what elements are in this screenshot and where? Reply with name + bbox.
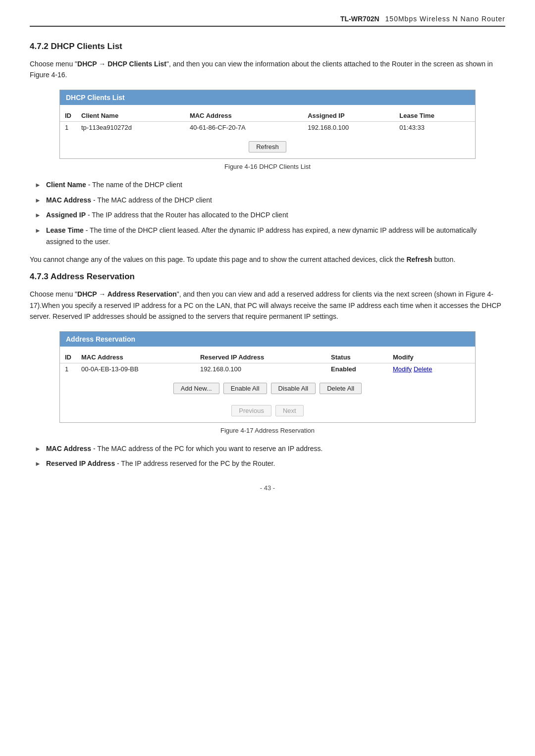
bullet-text: Client Name - The name of the DHCP clien…: [46, 179, 182, 190]
list-item: ►MAC Address - The MAC address of the PC…: [35, 443, 505, 454]
dhcp-clients-table: ID Client Name MAC Address Assigned IP L…: [60, 110, 475, 133]
action-btn-row: Add New...Enable AllDisable AllDelete Al…: [60, 378, 475, 400]
section1-intro: Choose menu "DHCP → DHCP Clients List", …: [30, 58, 505, 81]
section2-title: 4.7.3 Address Reservation: [30, 272, 505, 282]
cell-status: Enabled: [326, 363, 388, 375]
cell-assigned-ip: 192.168.0.100: [303, 121, 394, 133]
cell-reserved-ip: 192.168.0.100: [195, 363, 326, 375]
bullet-arrow: ►: [35, 226, 41, 236]
list-item: ►MAC Address - The MAC address of the DH…: [35, 195, 505, 206]
refresh-btn-row: Refresh: [60, 136, 475, 158]
list-item: ►Reserved IP Address - The IP address re…: [35, 458, 505, 469]
bullet-text: Assigned IP - The IP address that the Ro…: [46, 209, 288, 220]
section2-bullets: ►MAC Address - The MAC address of the PC…: [35, 443, 505, 470]
col-assigned-ip: Assigned IP: [303, 110, 394, 122]
cell-modify-delete: Modify Delete: [388, 363, 475, 375]
col-lease-time: Lease Time: [394, 110, 475, 122]
section1-footer: You cannot change any of the values on t…: [30, 254, 505, 265]
delete-link[interactable]: Delete: [414, 365, 432, 373]
enable-all-button[interactable]: Enable All: [223, 383, 267, 394]
col-reserved-ip: Reserved IP Address: [195, 352, 326, 363]
modify-link[interactable]: Modify: [393, 365, 412, 373]
next-button[interactable]: Next: [275, 405, 304, 416]
section1-title: 4.7.2 DHCP Clients List: [30, 42, 505, 51]
cell-client-name: tp-113ea910272d: [76, 121, 185, 133]
table-row: 1 00-0A-EB-13-09-BB 192.168.0.100 Enable…: [60, 363, 475, 375]
col-modify: Modify: [388, 352, 475, 363]
cell-mac-address2: 00-0A-EB-13-09-BB: [76, 363, 195, 375]
address-reservation-table: ID MAC Address Reserved IP Address Statu…: [60, 352, 475, 375]
address-reservation-table-header: Address Reservation: [60, 332, 475, 347]
bullet-arrow: ►: [35, 196, 41, 206]
col-client-name: Client Name: [76, 110, 185, 122]
bullet-text: MAC Address - The MAC address of the DHC…: [46, 195, 212, 205]
col-status: Status: [326, 352, 388, 363]
cell-mac-address: 40-61-86-CF-20-7A: [185, 121, 303, 133]
page-subtitle: 150Mbps Wireless N Nano Router: [385, 15, 505, 23]
col-mac-address2: MAC Address: [76, 352, 195, 363]
dhcp-clients-table-box: DHCP Clients List ID Client Name MAC Add…: [59, 90, 476, 159]
col-mac-address: MAC Address: [185, 110, 303, 122]
list-item: ►Assigned IP - The IP address that the R…: [35, 209, 505, 221]
bullet-arrow: ►: [35, 180, 41, 191]
list-item: ►Client Name - The name of the DHCP clie…: [35, 179, 505, 191]
bullet-text: Lease Time - The time of the DHCP client…: [46, 225, 505, 247]
figure-caption-16: Figure 4-16 DHCP Clients List: [30, 163, 505, 170]
bullet-arrow: ►: [35, 210, 41, 221]
col-id2: ID: [60, 352, 76, 363]
figure-caption-17: Figure 4-17 Address Reservation: [30, 427, 505, 434]
list-item: ►Lease Time - The time of the DHCP clien…: [35, 225, 505, 247]
page-number: - 43 -: [30, 484, 505, 492]
refresh-button[interactable]: Refresh: [249, 141, 286, 152]
page-header: TL-WR702N 150Mbps Wireless N Nano Router: [30, 15, 505, 27]
bullet-arrow: ►: [35, 459, 41, 469]
cell-lease-time: 01:43:33: [394, 121, 475, 133]
table-row: 1 tp-113ea910272d 40-61-86-CF-20-7A 192.…: [60, 121, 475, 133]
disable-all-button[interactable]: Disable All: [271, 383, 316, 394]
cell-id: 1: [60, 121, 76, 133]
bullet-arrow: ►: [35, 444, 41, 454]
bullet-text: MAC Address - The MAC address of the PC …: [46, 443, 322, 454]
dhcp-clients-table-header: DHCP Clients List: [60, 90, 475, 105]
delete-all-button[interactable]: Delete All: [320, 383, 362, 394]
bullet-text: Reserved IP Address - The IP address res…: [46, 458, 275, 469]
previous-button[interactable]: Previous: [231, 405, 271, 416]
col-id: ID: [60, 110, 76, 122]
model-name: TL-WR702N: [340, 15, 379, 23]
add-new--button[interactable]: Add New...: [173, 383, 219, 394]
section1-bullets: ►Client Name - The name of the DHCP clie…: [35, 179, 505, 247]
address-reservation-table-box: Address Reservation ID MAC Address Reser…: [59, 331, 476, 423]
cell-id2: 1: [60, 363, 76, 375]
nav-btn-row: PreviousNext: [60, 400, 475, 422]
section2-intro: Choose menu "DHCP → Address Reservation"…: [30, 289, 505, 322]
